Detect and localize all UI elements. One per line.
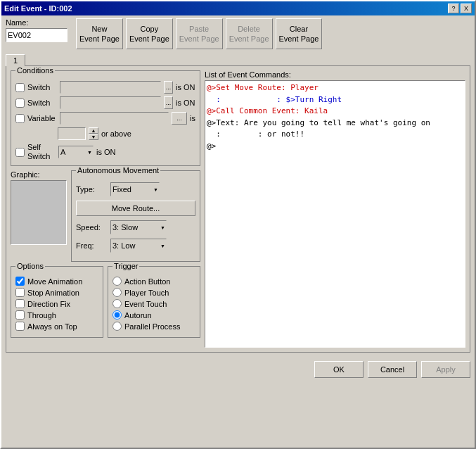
- main-area: Conditions Switch ... is ON Switch: [6, 65, 470, 353]
- trigger-group: Trigger Action Button Player Touch Event…: [108, 266, 200, 338]
- self-switch-checkbox[interactable]: [15, 148, 25, 157]
- freq-select[interactable]: 3: Low 1: Lowest 2: Lower 4: High: [110, 239, 167, 253]
- switch2-field[interactable]: [60, 96, 161, 109]
- switch2-label: Switch: [27, 99, 57, 107]
- top-toolbar: Name: NewEvent Page CopyEvent Page Paste…: [6, 18, 470, 49]
- name-label: Name:: [6, 18, 67, 27]
- spin-up-button[interactable]: ▲: [89, 127, 98, 134]
- switch2-browse-button[interactable]: ...: [164, 96, 173, 109]
- ok-button[interactable]: OK: [314, 361, 364, 378]
- freq-row: Freq: 3: Low 1: Lowest 2: Lower 4: High: [76, 239, 195, 253]
- event-touch-radio[interactable]: [112, 299, 122, 308]
- move-animation-label: Move Animation: [27, 277, 82, 286]
- action-button-row: Action Button: [112, 277, 195, 286]
- event-line-3: @>Call Common Event: Kaila: [207, 106, 463, 118]
- freq-label: Freq:: [76, 241, 108, 250]
- stop-animation-checkbox[interactable]: [15, 288, 25, 297]
- apply-button[interactable]: Apply: [421, 361, 470, 378]
- direction-fix-label: Direction Fix: [27, 300, 70, 308]
- variable-label: Variable: [27, 114, 57, 122]
- graphic-box[interactable]: [11, 180, 67, 245]
- window-title: Edit Event - ID:002: [4, 4, 72, 13]
- type-select[interactable]: Fixed Random Approach Custom: [110, 182, 160, 196]
- switch1-field[interactable]: [60, 81, 161, 94]
- options-group: Options Move Animation Stop Animation Di…: [11, 266, 103, 338]
- player-touch-radio[interactable]: [112, 288, 122, 297]
- event-line-1: @>Set Move Route: Player: [207, 82, 463, 94]
- variable-is: is: [190, 114, 195, 122]
- variable-row: Variable ... is: [15, 112, 195, 125]
- autorun-radio[interactable]: [112, 310, 122, 320]
- always-on-top-checkbox[interactable]: [15, 322, 25, 331]
- speed-select[interactable]: 3: Slow 1: Slowest 2: Slower 4: Fast: [110, 220, 167, 234]
- event-touch-label: Event Touch: [124, 300, 167, 308]
- switch1-checkbox[interactable]: [15, 83, 25, 92]
- tabs-bar: 1: [6, 53, 470, 65]
- content-area: Name: NewEvent Page CopyEvent Page Paste…: [1, 15, 475, 357]
- move-route-button[interactable]: Move Route...: [76, 201, 195, 216]
- spin-down-button[interactable]: ▼: [89, 134, 98, 140]
- event-commands-list[interactable]: @>Set Move Route: Player : : $>Turn Righ…: [205, 80, 465, 348]
- name-input[interactable]: [6, 28, 67, 42]
- speed-select-wrapper: 3: Slow 1: Slowest 2: Slower 4: Fast: [110, 220, 167, 234]
- self-switch-select[interactable]: A B C D: [58, 146, 94, 158]
- event-line-4: @>Text: Are you going to tell me what's …: [207, 118, 463, 129]
- parallel-process-label: Parallel Process: [124, 322, 180, 331]
- switch1-label: Switch: [27, 83, 57, 91]
- copy-event-page-button[interactable]: CopyEvent Page: [126, 18, 173, 49]
- conditions-group: Conditions Switch ... is ON Switch: [11, 70, 200, 166]
- clear-event-page-button[interactable]: ClearEvent Page: [276, 18, 323, 49]
- stop-animation-label: Stop Animation: [27, 289, 79, 297]
- freq-select-wrapper: 3: Low 1: Lowest 2: Lower 4: High: [110, 239, 167, 253]
- switch1-browse-button[interactable]: ...: [164, 81, 173, 94]
- switch1-row: Switch ... is ON: [15, 81, 195, 94]
- help-button[interactable]: ?: [448, 4, 459, 13]
- event-line-6: @>: [207, 141, 463, 153]
- right-panel: List of Event Commands: @>Set Move Route…: [205, 70, 465, 348]
- self-switch-select-wrapper: A B C D: [58, 146, 94, 158]
- speed-row: Speed: 3: Slow 1: Slowest 2: Slower 4: F…: [76, 220, 195, 234]
- action-button-radio[interactable]: [112, 277, 122, 286]
- switch2-row: Switch ... is ON: [15, 96, 195, 109]
- always-on-top-row: Always on Top: [15, 322, 98, 331]
- spinner-input[interactable]: [58, 127, 86, 140]
- type-row: Type: Fixed Random Approach Custom: [76, 182, 195, 196]
- delete-event-page-button[interactable]: DeleteEvent Page: [226, 18, 273, 49]
- player-touch-label: Player Touch: [124, 289, 169, 297]
- variable-browse-button[interactable]: ...: [172, 112, 187, 125]
- autorun-label: Autorun: [124, 311, 152, 320]
- graphic-label: Graphic:: [11, 170, 67, 179]
- new-event-page-button[interactable]: NewEvent Page: [76, 18, 123, 49]
- graphic-section: Graphic:: [11, 170, 67, 266]
- move-animation-row: Move Animation: [15, 277, 98, 286]
- speed-label: Speed:: [76, 223, 108, 232]
- switch1-ison: is ON: [176, 83, 195, 91]
- through-label: Through: [27, 311, 56, 320]
- event-commands-label: List of Event Commands:: [205, 70, 465, 79]
- trigger-label: Trigger: [112, 262, 139, 270]
- self-switch-row: SelfSwitch A B C D is ON: [15, 143, 195, 161]
- move-animation-checkbox[interactable]: [15, 277, 25, 286]
- close-button[interactable]: X: [461, 4, 472, 13]
- autorun-row: Autorun: [112, 310, 195, 320]
- switch2-checkbox[interactable]: [15, 99, 25, 108]
- event-line-5: : : or not!!: [207, 129, 463, 141]
- autonomous-label: Autonomous Movement: [76, 166, 160, 175]
- always-on-top-label: Always on Top: [27, 322, 77, 331]
- title-bar-buttons: ? X: [448, 4, 472, 13]
- main-window: Edit Event - ID:002 ? X Name: NewEvent P…: [0, 0, 476, 449]
- tab-1[interactable]: 1: [6, 54, 25, 66]
- footer-buttons: OK Cancel Apply: [1, 357, 475, 381]
- name-section: Name:: [6, 18, 67, 42]
- through-row: Through: [15, 310, 98, 320]
- variable-field[interactable]: [60, 112, 169, 125]
- stop-animation-row: Stop Animation: [15, 288, 98, 297]
- switch2-ison: is ON: [176, 99, 195, 107]
- through-checkbox[interactable]: [15, 310, 25, 320]
- parallel-process-radio[interactable]: [112, 322, 122, 331]
- cancel-button[interactable]: Cancel: [368, 361, 417, 378]
- variable-checkbox[interactable]: [15, 114, 25, 123]
- paste-event-page-button[interactable]: PasteEvent Page: [176, 18, 223, 49]
- direction-fix-checkbox[interactable]: [15, 299, 25, 308]
- action-button-label: Action Button: [124, 277, 170, 286]
